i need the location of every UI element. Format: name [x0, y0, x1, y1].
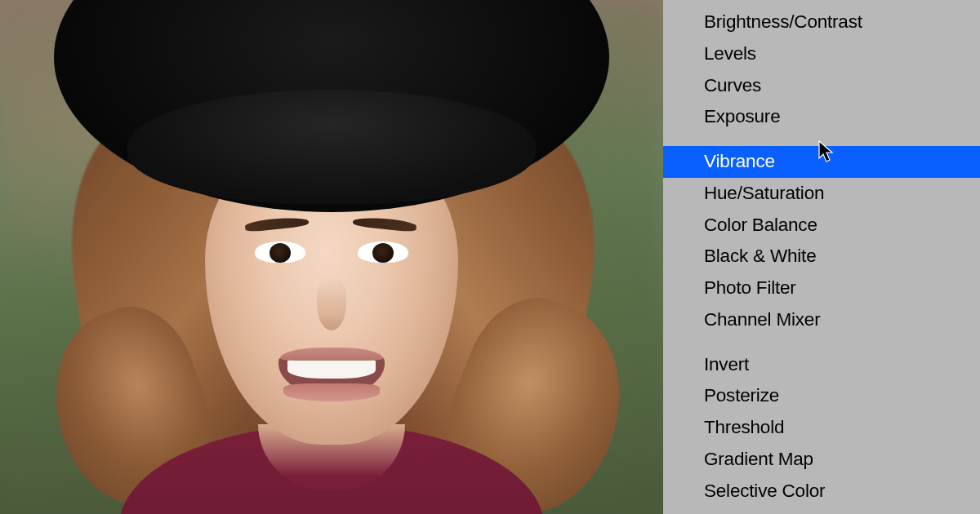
photo-subject-feature [255, 241, 305, 263]
menu-item-photo-filter[interactable]: Photo Filter [663, 273, 980, 304]
menu-item-color-lookup[interactable]: Color Lookup [663, 507, 980, 514]
menu-item-selective-color[interactable]: Selective Color [663, 476, 980, 507]
menu-item-black-white[interactable]: Black & White [663, 241, 980, 273]
photo-subject-feature [280, 348, 383, 361]
photo-subject-feature [358, 241, 408, 263]
menu-item-exposure[interactable]: Exposure [663, 101, 980, 133]
menu-item-hue-saturation[interactable]: Hue/Saturation [663, 178, 980, 210]
menu-group-color: Vibrance Hue/Saturation Color Balance Bl… [663, 143, 980, 339]
menu-item-channel-mixer[interactable]: Channel Mixer [663, 304, 980, 336]
photo-subject-feature [317, 277, 346, 330]
menu-item-brightness-contrast[interactable]: Brightness/Contrast [663, 7, 980, 38]
menu-item-posterize[interactable]: Posterize [663, 380, 980, 412]
document-canvas[interactable] [0, 0, 663, 514]
menu-item-color-balance[interactable]: Color Balance [663, 210, 980, 241]
menu-item-invert[interactable]: Invert [663, 349, 980, 381]
menu-group-tonal: Brightness/Contrast Levels Curves Exposu… [663, 0, 980, 136]
menu-item-vibrance[interactable]: Vibrance [663, 146, 980, 178]
menu-group-mapping: Invert Posterize Threshold Gradient Map … [663, 346, 980, 515]
photo-subject-hat [127, 90, 536, 204]
photo-subject-feature [283, 383, 380, 401]
menu-item-curves[interactable]: Curves [663, 70, 980, 102]
adjustment-layer-menu: Brightness/Contrast Levels Curves Exposu… [663, 0, 980, 514]
menu-item-levels[interactable]: Levels [663, 38, 980, 70]
menu-item-threshold[interactable]: Threshold [663, 412, 980, 444]
menu-item-gradient-map[interactable]: Gradient Map [663, 444, 980, 476]
